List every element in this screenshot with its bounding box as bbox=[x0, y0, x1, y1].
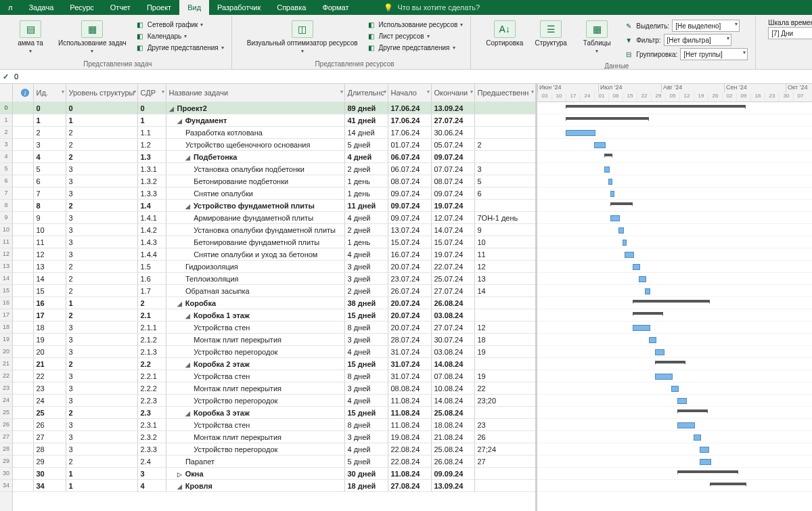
cell-wbs[interactable]: 1.4 bbox=[137, 200, 166, 212]
cell-indicator[interactable] bbox=[13, 382, 33, 395]
table-row[interactable]: 1832.1.1 Устройства стен8 дней20.07.2427… bbox=[13, 321, 535, 334]
cell-level[interactable]: 2 bbox=[66, 139, 137, 151]
cell-wbs[interactable]: 2.1 bbox=[137, 309, 166, 321]
cell-level[interactable]: 1 bbox=[66, 297, 137, 309]
row-header[interactable]: 8 bbox=[0, 200, 12, 212]
cell-name[interactable]: Теплоизоляция bbox=[166, 273, 344, 285]
cell-duration[interactable]: 4 дней bbox=[344, 151, 388, 163]
cell-start[interactable]: 22.08.24 bbox=[388, 443, 431, 456]
task-view-item[interactable]: ◧Календарь ▾ bbox=[133, 30, 226, 41]
cell-predecessors[interactable]: 19 bbox=[474, 346, 535, 358]
cell-predecessors[interactable]: 23 bbox=[474, 419, 535, 431]
menu-tab-Отчет[interactable]: Отчет bbox=[102, 0, 139, 15]
cell-level[interactable]: 2 bbox=[66, 285, 137, 297]
cell-name[interactable]: Разработка котлована bbox=[166, 127, 344, 139]
cell-start[interactable]: 26.07.24 bbox=[388, 285, 431, 297]
cell-level[interactable]: 3 bbox=[66, 236, 137, 248]
cell-id[interactable]: 21 bbox=[33, 358, 66, 370]
cell-indicator[interactable] bbox=[13, 370, 33, 382]
col-level[interactable]: Уровень структуры▾ bbox=[66, 84, 137, 102]
cell-duration[interactable]: 1 день bbox=[344, 187, 388, 200]
cell-id[interactable]: 27 bbox=[33, 431, 66, 443]
row-header[interactable]: 1 bbox=[0, 114, 12, 127]
cell-name[interactable]: ◢Коробка bbox=[166, 297, 344, 309]
cell-indicator[interactable] bbox=[13, 297, 33, 309]
cell-start[interactable]: 31.07.24 bbox=[388, 370, 431, 382]
cell-wbs[interactable]: 2.3.1 bbox=[137, 419, 166, 431]
cell-duration[interactable]: 15 дней bbox=[344, 358, 388, 370]
table-row[interactable]: 2122.2 ◢Коробка 2 этаж15 дней31.07.2414.… bbox=[13, 358, 535, 370]
cell-name[interactable]: Армирование фундаметной плиты bbox=[166, 212, 344, 224]
row-header[interactable]: 5 bbox=[0, 163, 12, 175]
cell-predecessors[interactable]: 6 bbox=[474, 187, 535, 200]
row-header[interactable]: 17 bbox=[0, 309, 12, 321]
cell-start[interactable]: 15.07.24 bbox=[388, 236, 431, 248]
cell-id[interactable]: 19 bbox=[33, 334, 66, 346]
col-name[interactable]: Название задачи▾ bbox=[166, 84, 344, 102]
cell-finish[interactable]: 19.07.24 bbox=[431, 200, 474, 212]
row-header[interactable]: 23 bbox=[0, 382, 12, 395]
gantt-task-bar[interactable] bbox=[566, 130, 595, 136]
task-view-item[interactable]: ◧Сетевой график ▾ bbox=[133, 19, 226, 30]
gantt-task-bar[interactable] bbox=[633, 325, 650, 331]
cell-wbs[interactable]: 2.3.3 bbox=[137, 443, 166, 456]
cell-id[interactable]: 10 bbox=[33, 224, 66, 236]
cell-wbs[interactable]: 2.3 bbox=[137, 407, 166, 419]
row-header[interactable]: 2 bbox=[0, 127, 12, 139]
cell-predecessors[interactable]: 18 bbox=[474, 334, 535, 346]
cell-id[interactable]: 28 bbox=[33, 443, 66, 456]
row-header[interactable]: 6 bbox=[0, 175, 12, 187]
cell-indicator[interactable] bbox=[13, 346, 33, 358]
cell-name[interactable]: Снятие опалубки и уход за бетоном bbox=[166, 248, 344, 261]
menu-tab-Справка[interactable]: Справка bbox=[269, 0, 314, 15]
cell-predecessors[interactable]: 12 bbox=[474, 321, 535, 334]
cell-name[interactable]: Устройство щебеночного основания bbox=[166, 139, 344, 151]
cell-wbs[interactable]: 3 bbox=[137, 468, 166, 480]
cell-predecessors[interactable] bbox=[474, 114, 535, 127]
cell-wbs[interactable]: 4 bbox=[137, 480, 166, 492]
gantt-summary-bar[interactable] bbox=[604, 154, 612, 156]
table-row[interactable]: 1031.4.2 Установка опалубки фундаметной … bbox=[13, 224, 535, 236]
cell-name[interactable]: Бетонирование фундаметной плиты bbox=[166, 236, 344, 248]
cell-wbs[interactable]: 1.4.2 bbox=[137, 224, 166, 236]
cell-id[interactable]: 0 bbox=[33, 102, 66, 114]
table-row[interactable]: 821.4 ◢Устройство фундаметной плиты11 дн… bbox=[13, 200, 535, 212]
cell-finish[interactable]: 14.07.24 bbox=[431, 224, 474, 236]
row-header[interactable]: 14 bbox=[0, 273, 12, 285]
cell-name[interactable]: Устройство перегородок bbox=[166, 346, 344, 358]
cell-duration[interactable]: 5 дней bbox=[344, 456, 388, 468]
formula-input[interactable] bbox=[13, 70, 809, 83]
menu-tab-Разработчик[interactable]: Разработчик bbox=[209, 0, 269, 15]
cell-duration[interactable]: 38 дней bbox=[344, 297, 388, 309]
cell-name[interactable]: Монтаж плит перекрытия bbox=[166, 431, 344, 443]
cell-start[interactable]: 09.07.24 bbox=[388, 200, 431, 212]
cell-wbs[interactable]: 0 bbox=[137, 102, 166, 114]
cell-wbs[interactable]: 2.2.2 bbox=[137, 382, 166, 395]
cell-predecessors[interactable] bbox=[474, 358, 535, 370]
cell-wbs[interactable]: 1.3.1 bbox=[137, 163, 166, 175]
cell-finish[interactable]: 03.08.24 bbox=[431, 309, 474, 321]
cell-finish[interactable]: 25.07.24 bbox=[431, 273, 474, 285]
cell-indicator[interactable] bbox=[13, 419, 33, 431]
cell-start[interactable]: 11.08.24 bbox=[388, 407, 431, 419]
cell-predecessors[interactable]: 23;20 bbox=[474, 395, 535, 407]
cell-id[interactable]: 24 bbox=[33, 395, 66, 407]
cell-name[interactable]: ▷Окна bbox=[166, 468, 344, 480]
cell-indicator[interactable] bbox=[13, 309, 33, 321]
cell-duration[interactable]: 2 дней bbox=[344, 285, 388, 297]
gantt-task-bar[interactable] bbox=[623, 240, 627, 246]
cell-level[interactable]: 3 bbox=[66, 248, 137, 261]
cell-start[interactable]: 20.07.24 bbox=[388, 309, 431, 321]
cell-finish[interactable]: 10.08.24 bbox=[431, 382, 474, 395]
cell-wbs[interactable]: 2.1.2 bbox=[137, 334, 166, 346]
cell-indicator[interactable] bbox=[13, 395, 33, 407]
row-header[interactable]: 15 bbox=[0, 285, 12, 297]
cell-id[interactable]: 2 bbox=[33, 127, 66, 139]
cell-id[interactable]: 16 bbox=[33, 297, 66, 309]
gantt-task-bar[interactable] bbox=[649, 337, 656, 343]
cell-id[interactable]: 8 bbox=[33, 200, 66, 212]
col-wbs[interactable]: СДР▾ bbox=[137, 84, 166, 102]
cell-level[interactable]: 3 bbox=[66, 175, 137, 187]
cell-name[interactable]: Монтаж плит перекрытия bbox=[166, 334, 344, 346]
cell-predecessors[interactable] bbox=[474, 297, 535, 309]
